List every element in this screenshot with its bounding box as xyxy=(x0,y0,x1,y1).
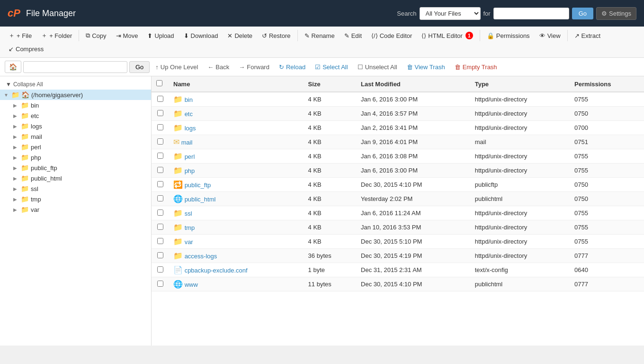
checkbox-header[interactable] xyxy=(152,76,169,92)
compress-button[interactable]: ↙ Compress xyxy=(5,44,47,55)
row-checkbox-cell[interactable] xyxy=(152,235,169,249)
file-name[interactable]: cpbackup-exclude.conf xyxy=(185,267,248,274)
row-checkbox[interactable] xyxy=(157,266,163,273)
file-name[interactable]: access-logs xyxy=(185,253,217,260)
sidebar-item-public-html[interactable]: ▶ 📁 public_html xyxy=(8,173,151,183)
row-checkbox-cell[interactable] xyxy=(152,92,169,107)
new-file-button[interactable]: ＋ + File xyxy=(5,29,36,42)
sidebar-item-logs[interactable]: ▶ 📁 logs xyxy=(8,121,151,131)
extract-button[interactable]: ↗ Extract xyxy=(571,30,604,41)
row-checkbox[interactable] xyxy=(157,96,163,102)
search-go-button[interactable]: Go xyxy=(572,8,593,19)
row-checkbox[interactable] xyxy=(157,252,163,258)
row-checkbox-cell[interactable] xyxy=(152,263,169,277)
row-checkbox-cell[interactable] xyxy=(152,192,169,206)
name-column-header[interactable]: Name xyxy=(169,76,304,92)
folder-icon: 📁 xyxy=(21,164,29,172)
file-name[interactable]: mail xyxy=(181,139,193,146)
row-checkbox[interactable] xyxy=(157,167,163,173)
file-name[interactable]: logs xyxy=(185,125,196,132)
settings-button[interactable]: ⚙ Settings xyxy=(596,7,636,20)
restore-button[interactable]: ↺ Restore xyxy=(258,30,295,41)
sidebar-item-mail[interactable]: ▶ 📁 mail xyxy=(8,131,151,142)
sidebar-root[interactable]: ▼ 📁 🏠 (/home/gigaserver) xyxy=(0,90,151,100)
file-name[interactable]: tmp xyxy=(185,224,195,231)
row-checkbox-cell[interactable] xyxy=(152,249,169,263)
modified-column-header[interactable]: Last Modified xyxy=(356,76,470,92)
select-all-button[interactable]: ☑ Select All xyxy=(311,62,351,73)
folder-icon: 📁 xyxy=(21,195,29,203)
download-button[interactable]: ⬇ Download xyxy=(180,30,222,41)
reload-button[interactable]: ↻ Reload xyxy=(275,62,309,73)
file-name[interactable]: public_html xyxy=(185,196,216,203)
sidebar-item-bin[interactable]: ▶ 📁 bin xyxy=(8,100,151,110)
file-name[interactable]: perl xyxy=(185,153,195,160)
row-checkbox[interactable] xyxy=(157,238,163,244)
permissions-button[interactable]: 🔒 Permissions xyxy=(483,30,534,41)
view-button[interactable]: 👁 View xyxy=(536,30,564,41)
sidebar-item-php[interactable]: ▶ 📁 php xyxy=(8,152,151,163)
copy-button[interactable]: ⧉ Copy xyxy=(82,30,110,41)
permissions-column-header[interactable]: Permissions xyxy=(570,76,644,92)
sidebar-item-perl[interactable]: ▶ 📁 perl xyxy=(8,142,151,152)
row-checkbox[interactable] xyxy=(157,281,163,287)
empty-trash-button[interactable]: 🗑 Empty Trash xyxy=(451,62,501,73)
unselect-all-button[interactable]: ☐ Unselect All xyxy=(354,62,401,73)
row-checkbox[interactable] xyxy=(157,124,163,130)
table-row: 🔁 public_ftp 4 KB Dec 30, 2015 4:10 PM p… xyxy=(152,178,644,192)
edit-button[interactable]: ✎ Edit xyxy=(340,30,366,41)
row-checkbox[interactable] xyxy=(157,138,163,145)
html-editor-button[interactable]: ⟨⟩ HTML Editor 1 xyxy=(418,30,476,41)
file-name[interactable]: var xyxy=(185,238,193,246)
expand-icon: ▶ xyxy=(13,113,19,118)
upload-button[interactable]: ⬆ Upload xyxy=(143,30,178,41)
row-checkbox-cell[interactable] xyxy=(152,178,169,192)
row-checkbox-cell[interactable] xyxy=(152,206,169,220)
row-checkbox-cell[interactable] xyxy=(152,149,169,164)
row-checkbox[interactable] xyxy=(157,110,163,116)
row-checkbox-cell[interactable] xyxy=(152,220,169,235)
file-size-cell: 4 KB xyxy=(304,121,356,135)
row-checkbox[interactable] xyxy=(157,209,163,216)
view-trash-button[interactable]: 🗑 View Trash xyxy=(403,62,449,73)
sidebar-item-etc[interactable]: ▶ 📁 etc xyxy=(8,110,151,121)
row-checkbox-cell[interactable] xyxy=(152,121,169,135)
collapse-all[interactable]: ▼ Collapse All xyxy=(0,79,151,90)
row-checkbox[interactable] xyxy=(157,181,163,187)
file-name[interactable]: public_ftp xyxy=(185,182,211,189)
file-name[interactable]: www xyxy=(185,281,198,288)
path-input[interactable] xyxy=(23,61,127,73)
search-input[interactable] xyxy=(493,8,569,19)
home-nav-button[interactable]: 🏠 xyxy=(5,61,21,73)
row-checkbox-cell[interactable] xyxy=(152,135,169,149)
rename-button[interactable]: ✎ Rename xyxy=(301,30,339,41)
back-button[interactable]: ← Back xyxy=(204,62,233,73)
row-checkbox-cell[interactable] xyxy=(152,107,169,121)
row-checkbox-cell[interactable] xyxy=(152,164,169,178)
code-editor-button[interactable]: ⟨/⟩ Code Editor xyxy=(367,30,416,41)
sidebar-item-tmp[interactable]: ▶ 📁 tmp xyxy=(8,194,151,204)
type-column-header[interactable]: Type xyxy=(470,76,570,92)
search-scope-select[interactable]: All Your Files Home Directory Public HTM… xyxy=(420,7,481,20)
file-name[interactable]: ssl xyxy=(185,210,192,217)
go-path-button[interactable]: Go xyxy=(129,61,150,73)
sidebar-item-ssl[interactable]: ▶ 📁 ssl xyxy=(8,183,151,194)
file-name[interactable]: php xyxy=(185,167,195,174)
select-all-checkbox[interactable] xyxy=(156,80,162,86)
move-button[interactable]: ⇥ Move xyxy=(112,30,142,41)
forward-button[interactable]: → Forward xyxy=(235,62,273,73)
file-size-cell: 4 KB xyxy=(304,149,356,164)
new-folder-button[interactable]: ＋ + Folder xyxy=(37,29,76,42)
sidebar-item-var[interactable]: ▶ 📁 var xyxy=(8,204,151,215)
sidebar-item-public-ftp[interactable]: ▶ 📁 public_ftp xyxy=(8,163,151,173)
row-checkbox[interactable] xyxy=(157,153,163,159)
row-checkbox[interactable] xyxy=(157,195,163,201)
delete-button[interactable]: ✕ Delete xyxy=(224,30,256,41)
row-checkbox-cell[interactable] xyxy=(152,277,169,291)
size-column-header[interactable]: Size xyxy=(304,76,356,92)
for-label: for xyxy=(483,10,491,17)
row-checkbox[interactable] xyxy=(157,224,163,230)
up-one-level-button[interactable]: ↑ Up One Level xyxy=(152,62,202,73)
file-name[interactable]: bin xyxy=(185,96,193,103)
file-name[interactable]: etc xyxy=(185,110,193,118)
